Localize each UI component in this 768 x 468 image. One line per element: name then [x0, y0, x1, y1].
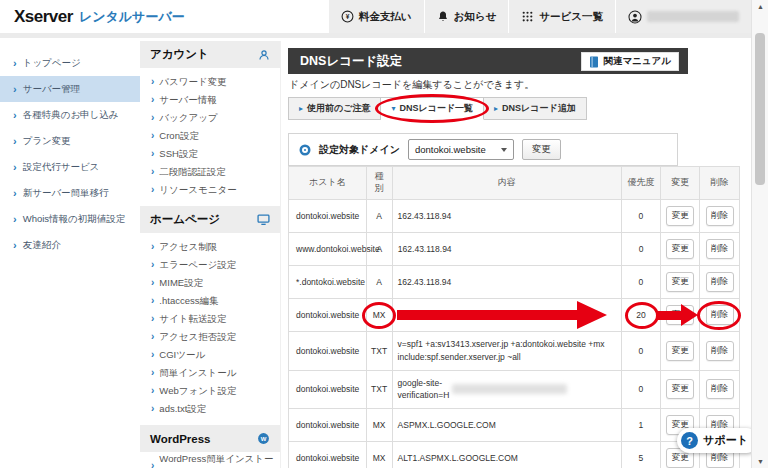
sidebar-item[interactable]: ›WordPress簡単インストール — [140, 457, 280, 468]
nav-payment[interactable]: ¥ 料金支払い — [328, 0, 424, 33]
cell-change: 変更 — [661, 233, 700, 265]
chevron-down-icon — [501, 148, 507, 152]
cell-change: 変更 — [661, 332, 700, 370]
change-button[interactable]: 変更 — [666, 379, 694, 399]
change-button[interactable]: 変更 — [666, 341, 694, 361]
cell-priority: 0 — [622, 200, 662, 232]
sidebar-item-label: トップページ — [23, 57, 81, 70]
sidebar-item[interactable]: ›サーバー管理 — [0, 76, 140, 102]
sidebar-item[interactable]: ›.htaccess編集 — [140, 292, 280, 310]
cell-priority: 20 — [622, 299, 662, 331]
sidebar-item[interactable]: ›Cron設定 — [140, 127, 280, 145]
sidebar-item[interactable]: ›友達紹介 — [0, 232, 140, 258]
sidebar-item[interactable]: ›二段階認証設定 — [140, 163, 280, 181]
sidebar-item[interactable]: ›Webフォント設定 — [140, 382, 280, 400]
cell-priority: 0 — [622, 266, 662, 298]
nav-news-label: お知らせ — [454, 10, 497, 24]
sidebar-item[interactable]: ›トップページ — [0, 50, 140, 76]
domain-select[interactable]: dontokoi.website — [408, 139, 514, 160]
chevron-right-icon: › — [13, 240, 17, 251]
table-row: www.dontokoi.websiteA162.43.118.940変更削除 — [289, 233, 739, 266]
delete-button[interactable]: 削除 — [706, 305, 734, 325]
tab-dns-record-list[interactable]: ▾ DNSレコード一覧 — [381, 97, 484, 120]
delete-button[interactable]: 削除 — [706, 206, 734, 226]
question-icon: ? — [681, 432, 698, 449]
delete-button[interactable]: 削除 — [706, 272, 734, 292]
tab-label: DNSレコード追加 — [502, 102, 576, 115]
record-content: ASPMX.L.GOOGLE.COM — [398, 419, 496, 432]
delete-button[interactable]: 削除 — [706, 341, 734, 361]
nav-account[interactable] — [615, 0, 751, 33]
change-button[interactable]: 変更 — [666, 272, 694, 292]
cell-priority: 5 — [622, 442, 662, 468]
change-button[interactable]: 変更 — [666, 206, 694, 226]
cell-change: 変更 — [661, 371, 700, 409]
cell-content: 162.43.118.94 — [393, 233, 622, 265]
sidebar-item-label: Webフォント設定 — [159, 385, 236, 398]
page-scrollbar[interactable]: ▲ ▼ — [751, 0, 768, 468]
nav-news[interactable]: お知らせ — [424, 0, 509, 33]
sidebar-item[interactable]: ›パスワード変更 — [140, 73, 280, 91]
xserver-logo: Xserver レンタルサーバー — [14, 0, 185, 33]
sidebar-item[interactable]: ›MIME設定 — [140, 274, 280, 292]
change-button[interactable]: 変更 — [666, 239, 694, 259]
annotation-circle-priority — [625, 302, 659, 329]
sidebar-item[interactable]: ›アクセス制限 — [140, 238, 280, 256]
tab-label: DNSレコード一覧 — [399, 102, 473, 115]
cell-type: A — [367, 233, 393, 265]
sidebar-item[interactable]: ›プラン変更 — [0, 128, 140, 154]
scrollbar-thumb[interactable] — [755, 33, 765, 185]
sidebar-item-label: SSH設定 — [159, 148, 198, 161]
record-content: 162.43.118.94 — [398, 210, 452, 223]
sidebar-item[interactable]: ›サーバー情報 — [140, 91, 280, 109]
scroll-up-icon[interactable]: ▲ — [752, 3, 768, 10]
sidebar-item[interactable]: ›Whois情報の初期値設定 — [0, 206, 140, 232]
chevron-right-icon: › — [151, 113, 154, 123]
sidebar-item[interactable]: ›CGIツール — [140, 346, 280, 364]
record-content: google-site- verification=H — [398, 377, 450, 403]
cell-host: dontokoi.website — [289, 371, 367, 409]
cell-type: TXT — [367, 332, 393, 370]
domain-select-value: dontokoi.website — [415, 144, 486, 155]
sidebar-item[interactable]: ›サイト転送設定 — [140, 310, 280, 328]
delete-button[interactable]: 削除 — [706, 239, 734, 259]
sidebar-item[interactable]: ›バックアップ — [140, 109, 280, 127]
cell-delete: 削除 — [700, 371, 739, 409]
table-header-row: ホスト名種別内容優先度変更削除 — [289, 167, 739, 200]
tab-before-use[interactable]: ▸ 使用前のご注意 — [288, 97, 381, 120]
support-button[interactable]: ? サポート — [677, 428, 759, 453]
sidebar-item[interactable]: ›SSH設定 — [140, 145, 280, 163]
scroll-down-icon[interactable]: ▼ — [752, 458, 768, 465]
sidebar-item[interactable]: ›リソースモニター — [140, 181, 280, 199]
cell-content: 162.43.118.94 — [393, 266, 622, 298]
cell-priority: 0 — [622, 371, 662, 409]
account-name-redacted — [647, 11, 739, 22]
sidebar-item-label: 新サーバー簡単移行 — [23, 187, 109, 200]
sidebar-item[interactable]: ›ads.txt設定 — [140, 400, 280, 418]
domain-change-button[interactable]: 変更 — [522, 139, 561, 160]
table-header-cell: 優先度 — [622, 167, 662, 199]
sidebar-section-header: ホームページ — [140, 206, 280, 233]
related-manual-button[interactable]: 関連マニュアル — [581, 52, 679, 71]
delete-button[interactable]: 削除 — [706, 379, 734, 399]
change-button[interactable]: 変更 — [666, 305, 694, 325]
sidebar-item[interactable]: ›新サーバー簡単移行 — [0, 180, 140, 206]
sidebar-item[interactable]: ›アクセス拒否設定 — [140, 328, 280, 346]
chevron-right-icon: › — [151, 296, 154, 306]
nav-services[interactable]: サービス一覧 — [508, 0, 615, 33]
table-row: dontokoi.websiteTXTv=spf1 +a:sv13413.xse… — [289, 332, 739, 371]
sidebar-item[interactable]: ›設定代行サービス — [0, 154, 140, 180]
sidebar-section-header: アカウント — [140, 41, 280, 68]
sidebar-item-label: プラン変更 — [23, 135, 71, 148]
domain-selector-box: 設定対象ドメイン dontokoi.website 変更 — [288, 133, 678, 166]
table-header-cell: 変更 — [661, 167, 700, 199]
redacted-content — [452, 384, 567, 394]
sidebar-item[interactable]: ›簡単インストール — [140, 364, 280, 382]
sidebar-item[interactable]: ›エラーページ設定 — [140, 256, 280, 274]
sidebar-item[interactable]: ›各種特典のお申し込み — [0, 102, 140, 128]
primary-sidebar: ›トップページ›サーバー管理›各種特典のお申し込み›プラン変更›設定代行サービス… — [0, 38, 140, 258]
cell-delete: 削除 — [700, 233, 739, 265]
sidebar-section-header: WordPressW — [140, 425, 280, 452]
chevron-right-icon: › — [13, 188, 17, 199]
tab-dns-record-add[interactable]: ▸ DNSレコード追加 — [484, 97, 587, 120]
